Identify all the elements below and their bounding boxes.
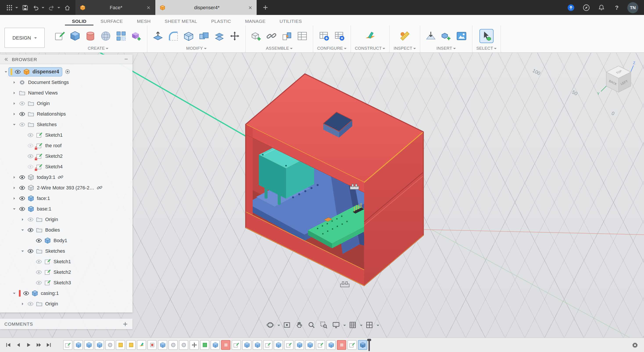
tool-joint-button[interactable]: [265, 30, 278, 43]
timeline-feature-1-sketch[interactable]: [63, 340, 72, 350]
visibility-eye-icon[interactable]: [19, 195, 26, 202]
timeline-step-forward-button[interactable]: [36, 342, 42, 348]
collapse-browser-icon[interactable]: [4, 57, 8, 61]
data-panel-grid-icon[interactable]: [4, 3, 14, 12]
tool-shell-button[interactable]: [182, 30, 195, 43]
timeline-scrubber-handle[interactable]: [368, 339, 370, 351]
ribbon-tab-plastic[interactable]: PLASTIC: [204, 16, 238, 26]
tool-combine-button[interactable]: [198, 30, 210, 43]
view-cube[interactable]: TOP BACK LEFT Z Y: [597, 61, 635, 96]
job-status-icon[interactable]: [566, 3, 576, 12]
timeline-feature-12-gray[interactable]: [179, 340, 188, 350]
timeline-feature-10-blue[interactable]: [158, 340, 167, 350]
tool-sphere-button[interactable]: [99, 30, 112, 43]
timeline-feature-28-sketch[interactable]: [348, 340, 357, 350]
timeline-feature-17-sketch[interactable]: [232, 340, 241, 350]
visibility-eye-icon[interactable]: [27, 248, 34, 254]
tool-fillet-button[interactable]: [167, 30, 180, 43]
browser-row-2-wire-motor-393-276-2-11[interactable]: 2-Wire Motor 393 (276-2…: [0, 182, 132, 193]
timeline-feature-29-blue-selected[interactable]: [358, 340, 367, 350]
ribbon-tab-sheet-metal[interactable]: SHEET METAL: [158, 16, 204, 26]
tool-new-component-button[interactable]: [250, 30, 263, 43]
visibility-eye-icon[interactable]: [27, 227, 34, 233]
tool-cylinder-button[interactable]: [84, 30, 97, 43]
help-icon[interactable]: [612, 3, 622, 12]
tool-bom-button[interactable]: [296, 30, 309, 43]
document-tab-dispenser4[interactable]: dispenser4*: [155, 0, 257, 15]
expand-icon[interactable]: [19, 302, 26, 306]
collapse-icon[interactable]: [11, 291, 17, 295]
collapse-icon[interactable]: [11, 207, 17, 211]
add-comment-icon[interactable]: [122, 321, 128, 327]
component-activate-radio[interactable]: [64, 69, 70, 75]
visibility-eye-icon[interactable]: [14, 68, 21, 75]
visibility-eye-icon[interactable]: [27, 216, 34, 223]
browser-row-body1-16[interactable]: Body1: [0, 235, 132, 246]
browser-row-dispenser4-0[interactable]: dispenser4: [0, 66, 132, 77]
visibility-eye-icon[interactable]: [27, 300, 34, 307]
timeline-settings-gear-icon[interactable]: [631, 341, 644, 349]
collapse-icon[interactable]: [3, 70, 9, 74]
timeline-feature-14-green[interactable]: [200, 340, 209, 350]
model-dispenser-assembly[interactable]: [246, 74, 423, 286]
tool-pattern-button[interactable]: [114, 30, 128, 43]
workspace-switcher[interactable]: DESIGN: [4, 28, 45, 48]
collapse-icon[interactable]: [11, 122, 17, 126]
zoom-icon[interactable]: [306, 319, 317, 330]
tool-measure-button[interactable]: [398, 30, 411, 43]
tool-construction-plane-button[interactable]: [364, 30, 376, 43]
browser-row-origin-22[interactable]: Origin: [0, 298, 132, 309]
browser-row-sketch2-19[interactable]: Sketch2: [0, 267, 132, 277]
orbit-icon[interactable]: [265, 319, 276, 330]
display-settings-caret[interactable]: [343, 325, 346, 327]
save-icon[interactable]: [20, 3, 30, 12]
ribbon-tab-utilities[interactable]: UTILITIES: [273, 16, 309, 26]
browser-row-named-views-2[interactable]: Named Views: [0, 87, 132, 98]
collapse-icon[interactable]: [19, 228, 26, 232]
timeline-feature-23-blue[interactable]: [295, 340, 304, 350]
visibility-eye-icon[interactable]: [36, 269, 42, 275]
ribbon-group-label-configure[interactable]: CONFIGURE: [317, 44, 346, 51]
browser-row-relationships-4[interactable]: Relationships: [0, 109, 132, 119]
grid-settings-icon[interactable]: [347, 319, 358, 330]
tool-insert-mesh-button[interactable]: [424, 30, 438, 43]
orbit-caret[interactable]: [278, 325, 280, 327]
tool-box-button[interactable]: [68, 30, 82, 43]
timeline-beginning-button[interactable]: [5, 342, 12, 348]
tool-canvas-button[interactable]: [455, 30, 468, 43]
pan-icon[interactable]: [294, 319, 305, 330]
redo-caret[interactable]: [58, 7, 60, 10]
grid-settings-caret[interactable]: [360, 325, 362, 327]
ribbon-tab-manage[interactable]: MANAGE: [238, 16, 272, 26]
timeline-feature-24-blue[interactable]: [305, 340, 314, 350]
timeline-feature-9-hole[interactable]: [148, 340, 156, 350]
timeline-feature-3-blue[interactable]: [84, 340, 94, 350]
timeline-feature-21-blue[interactable]: [274, 340, 283, 350]
timeline-feature-13-move[interactable]: [190, 340, 199, 350]
browser-row-the-roof-7[interactable]: the roof: [0, 140, 132, 151]
browser-row-sketches-5[interactable]: Sketches: [0, 119, 132, 130]
display-settings-icon[interactable]: [330, 319, 342, 330]
visibility-eye-icon[interactable]: [19, 121, 26, 128]
timeline-feature-20-sketch[interactable]: [263, 340, 272, 350]
expand-icon[interactable]: [11, 91, 17, 95]
timeline-feature-7-yellow[interactable]: [126, 340, 136, 350]
visibility-eye-icon[interactable]: [23, 290, 30, 296]
expand-icon[interactable]: [11, 186, 17, 190]
zoom-window-icon[interactable]: [318, 319, 329, 330]
ribbon-group-label-assemble[interactable]: ASSEMBLE: [266, 44, 292, 51]
expand-icon[interactable]: [11, 101, 17, 105]
browser-row-document-settings-1[interactable]: Document Settings: [0, 77, 132, 87]
tool-create-sketch-button[interactable]: [53, 30, 66, 43]
browser-row-sketches-17[interactable]: Sketches: [0, 246, 132, 256]
tool-press-pull-button[interactable]: [151, 30, 164, 43]
timeline-feature-26-blue[interactable]: [326, 340, 336, 350]
browser-row-sketch1-18[interactable]: Sketch1: [0, 256, 132, 267]
tool-move-button[interactable]: [228, 30, 241, 43]
redo-icon[interactable]: [46, 3, 56, 12]
visibility-eye-icon[interactable]: [19, 100, 26, 107]
ribbon-group-label-construct[interactable]: CONSTRUCT: [355, 44, 386, 51]
browser-row-casing-1-21[interactable]: casing:1: [0, 288, 132, 298]
minimize-browser-icon[interactable]: [124, 57, 128, 62]
ribbon-group-label-select[interactable]: SELECT: [476, 44, 496, 51]
